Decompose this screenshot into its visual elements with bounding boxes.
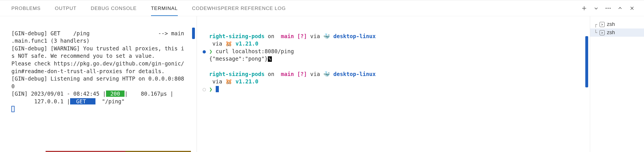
panel-tab-bar: PROBLEMS OUTPUT DEBUG CONSOLE TERMINAL C… <box>0 0 644 16</box>
log-line: [GIN-debug] GET /ping --> main <box>11 30 184 36</box>
http-status-badge: 200 <box>106 91 125 97</box>
log-line: s NOT safe. We recommend you to set a va… <box>11 53 155 59</box>
tab-debug-console[interactable]: DEBUG CONSOLE <box>91 1 136 16</box>
tree-branch-icon: ┌ <box>594 21 597 27</box>
tab-terminal[interactable]: TERMINAL <box>151 1 178 16</box>
terminal-output-left: [GIN-debug] GET /ping --> main .main.fun… <box>11 22 191 113</box>
gin-request-log: [GIN] 2023/09/01 - 08:42:45 | 200 | 80.1… <box>11 91 174 97</box>
terminal-cursor <box>216 86 219 92</box>
terminal-output-right: right-sizing-pods on main [?] via 🐳 desk… <box>203 25 584 93</box>
percent-indicator: % <box>268 56 272 62</box>
chevron-down-icon <box>594 6 598 10</box>
blank-line <box>203 63 206 69</box>
svg-point-2 <box>606 8 607 9</box>
terminal-icon: > <box>600 22 605 27</box>
prompt-line: via 🐹 v1.21.0 <box>203 78 258 85</box>
http-method-badge: GET <box>70 98 95 104</box>
more-actions-button[interactable] <box>605 5 612 12</box>
svg-point-4 <box>610 8 611 9</box>
terminal-pane-left[interactable]: [GIN-debug] GET /ping --> main .main.fun… <box>0 16 197 152</box>
prompt-line: via 🐹 v1.21.0 <box>203 40 258 47</box>
whale-icon: 🐳 <box>323 71 333 77</box>
terminal-cursor <box>11 106 15 112</box>
log-line: 0 <box>11 83 15 89</box>
tab-codewhisperer-reference-log[interactable]: CODEWHISPERER REFERENCE LOG <box>192 1 286 16</box>
maximize-panel-button[interactable] <box>617 5 623 12</box>
prompt-line: right-sizing-pods on main [?] via 🐳 desk… <box>203 33 376 39</box>
terminal-name: zsh <box>607 21 615 27</box>
gin-request-log: 127.0.0.1 | GET "/ping" <box>11 98 125 104</box>
hamster-icon: 🐹 <box>225 78 235 85</box>
log-line: gin#readme-don-t-trust-all-proxies for d… <box>11 68 165 74</box>
terminal-body: [GIN-debug] GET /ping --> main .main.fun… <box>0 16 644 152</box>
prompt-line: right-sizing-pods on main [?] via 🐳 desk… <box>203 71 376 77</box>
close-panel-button[interactable] <box>629 5 635 12</box>
plus-icon <box>582 6 587 11</box>
terminal-list-sidebar: ┌ > zsh └ > zsh <box>590 16 644 152</box>
scrollbar-thumb[interactable] <box>192 28 195 39</box>
ellipsis-icon <box>605 7 611 9</box>
command-line: ○ ❯ <box>203 86 219 92</box>
scrollbar-thumb[interactable] <box>585 36 588 87</box>
panel-tabs: PROBLEMS OUTPUT DEBUG CONSOLE TERMINAL C… <box>11 1 286 16</box>
terminal-icon: > <box>600 30 605 35</box>
diff-indicator-strip <box>46 151 191 152</box>
log-line: Please check https://pkg.go.dev/github.c… <box>11 60 184 67</box>
whale-icon: 🐳 <box>323 33 333 39</box>
terminal-list-item[interactable]: ┌ > zsh <box>590 20 644 28</box>
log-line: [GIN-debug] Listening and serving HTTP o… <box>11 75 184 82</box>
terminal-pane-right[interactable]: right-sizing-pods on main [?] via 🐳 desk… <box>197 16 590 152</box>
tree-branch-icon: └ <box>594 30 597 36</box>
log-line: .main.func1 (3 handlers) <box>11 38 90 44</box>
terminal-name: zsh <box>607 30 615 36</box>
tab-problems[interactable]: PROBLEMS <box>11 1 40 16</box>
new-terminal-button[interactable] <box>581 5 588 12</box>
log-line: [GIN-debug] [WARNING] You trusted all pr… <box>11 45 184 52</box>
close-icon <box>630 6 634 11</box>
tab-output[interactable]: OUTPUT <box>55 1 76 16</box>
panel-actions <box>581 5 635 12</box>
command-line: ● ❯ curl localhost:8080/ping <box>203 48 294 54</box>
terminal-list-item[interactable]: └ > zsh <box>590 28 644 37</box>
panel-container: PROBLEMS OUTPUT DEBUG CONSOLE TERMINAL C… <box>0 0 644 152</box>
terminal-profile-dropdown[interactable] <box>593 5 600 12</box>
chevron-up-icon <box>618 6 622 11</box>
response-line: {"message":"pong"}% <box>203 56 272 62</box>
hamster-icon: 🐹 <box>225 40 235 47</box>
svg-point-3 <box>608 8 609 9</box>
